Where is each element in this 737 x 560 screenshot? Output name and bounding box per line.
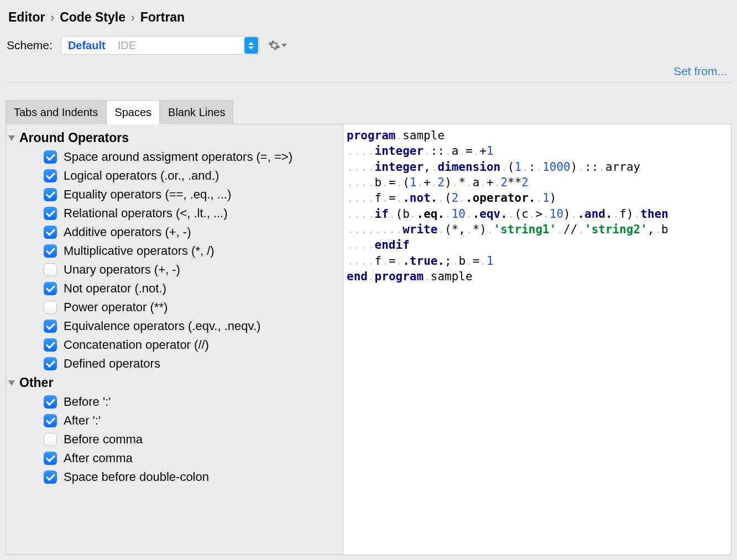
checkbox[interactable] <box>44 188 57 201</box>
tab-spaces[interactable]: Spaces <box>106 100 160 124</box>
scheme-select[interactable]: Default IDE <box>61 36 260 55</box>
checkbox[interactable] <box>44 207 57 220</box>
option-defined[interactable]: Defined operators <box>6 354 343 373</box>
option-label: Equivalence operators (.eqv., .neqv.) <box>64 319 260 333</box>
code-token: array <box>605 160 640 174</box>
checkbox[interactable] <box>44 150 57 164</box>
option-additive[interactable]: Additive operators (+, -) <box>6 223 343 242</box>
code-token: ( <box>508 160 515 174</box>
checkbox[interactable] <box>44 338 57 352</box>
option-logical[interactable]: Logical operators (.or., .and.) <box>6 166 343 185</box>
code-token: : <box>529 160 536 174</box>
option-power[interactable]: Power operator (**) <box>6 298 343 317</box>
code-token: ( <box>445 191 452 205</box>
option-after-colon[interactable]: After ':' <box>6 411 343 430</box>
code-token: , <box>647 223 655 236</box>
code-token: = <box>389 176 396 189</box>
option-label: Before ':' <box>64 395 111 409</box>
option-label: Defined operators <box>64 357 160 371</box>
group-other[interactable]: Other <box>6 373 343 392</box>
option-multiplicative[interactable]: Multiplicative operators (*, /) <box>6 242 343 260</box>
option-label: Space around assigment operators (=, =>) <box>64 150 292 164</box>
option-after-comma[interactable]: After comma <box>6 449 343 468</box>
option-unary[interactable]: Unary operators (+, -) <box>6 260 343 279</box>
code-token: ) <box>571 160 578 174</box>
option-relational[interactable]: Relational operators (<, .lt., ...) <box>6 204 343 223</box>
option-before-double-colon[interactable]: Space before double-colon <box>6 468 343 486</box>
code-token: = <box>473 254 480 268</box>
breadcrumb-editor[interactable]: Editor <box>8 10 45 25</box>
code-token: a <box>452 144 459 158</box>
breadcrumb-fortran[interactable]: Fortran <box>140 10 185 25</box>
checkbox[interactable] <box>44 244 57 258</box>
option-before-colon[interactable]: Before ':' <box>6 392 343 411</box>
tab-tabs-and-indents[interactable]: Tabs and Indents <box>6 100 106 124</box>
code-token: > <box>536 207 543 221</box>
scheme-value: Default <box>61 39 112 52</box>
code-token: f <box>375 191 382 205</box>
option-equivalence[interactable]: Equivalence operators (.eqv., .neqv.) <box>6 317 343 336</box>
code-token: :: <box>584 160 598 174</box>
code-token: (c <box>515 207 529 221</box>
indent-dots: .... <box>347 191 375 205</box>
code-token: ) <box>550 191 557 205</box>
option-label: After comma <box>64 451 133 465</box>
checkbox[interactable] <box>44 470 57 484</box>
option-label: Space before double-colon <box>64 470 209 484</box>
code-token: = <box>389 191 396 205</box>
option-label: Concatenation operator (//) <box>64 338 209 352</box>
code-token: .and. <box>577 207 612 221</box>
tab-blank-lines[interactable]: Blank Lines <box>160 100 233 124</box>
indent-dots: .... <box>347 144 375 158</box>
checkbox[interactable] <box>44 282 57 295</box>
code-token: 1000 <box>542 160 571 174</box>
set-from-link[interactable]: Set from... <box>673 65 727 77</box>
checkbox[interactable] <box>44 395 57 409</box>
option-assignment[interactable]: Space around assigment operators (=, =>) <box>6 148 343 166</box>
checkbox[interactable] <box>44 414 57 427</box>
code-token: 1 <box>410 176 417 189</box>
code-token: + <box>424 176 431 189</box>
code-token: (b <box>396 207 410 221</box>
checkbox[interactable] <box>44 301 57 314</box>
group-title: Around Operators <box>19 130 129 145</box>
checkbox[interactable] <box>44 433 57 446</box>
code-token: ) <box>563 207 571 221</box>
code-token: // <box>563 223 577 236</box>
indent-dots: ........ <box>347 223 403 236</box>
checkbox[interactable] <box>44 357 57 370</box>
code-token: = <box>466 144 473 158</box>
code-token: (*, <box>445 223 466 236</box>
group-around-operators[interactable]: Around Operators <box>6 128 343 148</box>
code-token: 2 <box>452 191 459 205</box>
indent-dots: .... <box>347 207 375 221</box>
breadcrumb-code-style[interactable]: Code Style <box>60 10 126 25</box>
option-equality[interactable]: Equality operators (==, .eq., ...) <box>6 185 343 204</box>
checkbox[interactable] <box>44 320 57 333</box>
code-preview[interactable]: program.sample ....integer.::.a.=.+1 ...… <box>343 124 731 554</box>
scheme-label: Scheme: <box>7 39 53 52</box>
option-concatenation[interactable]: Concatenation operator (//) <box>6 336 343 354</box>
options-tree[interactable]: Around Operators Space around assigment … <box>6 124 343 554</box>
checkbox[interactable] <box>44 263 57 276</box>
checkbox[interactable] <box>44 169 57 182</box>
code-token: f <box>375 254 382 268</box>
code-token: *) <box>473 223 487 236</box>
code-token: .eq. <box>416 207 445 221</box>
option-label: After ':' <box>64 414 101 428</box>
code-token: b <box>375 176 382 189</box>
code-token: * <box>458 176 466 189</box>
option-before-comma[interactable]: Before comma <box>6 430 343 449</box>
code-token: 2 <box>500 176 508 189</box>
checkbox[interactable] <box>44 226 57 239</box>
option-label: Logical operators (.or., .and.) <box>64 169 219 183</box>
code-token: = <box>389 254 396 268</box>
code-token: integer <box>375 144 424 158</box>
gear-icon[interactable] <box>268 39 287 51</box>
code-token: if <box>375 207 389 221</box>
checkbox[interactable] <box>44 452 57 465</box>
code-token: .true. <box>403 254 445 268</box>
option-not[interactable]: Not operator (.not.) <box>6 279 343 298</box>
code-token: :: <box>431 144 445 158</box>
chevron-down-icon <box>8 135 15 141</box>
